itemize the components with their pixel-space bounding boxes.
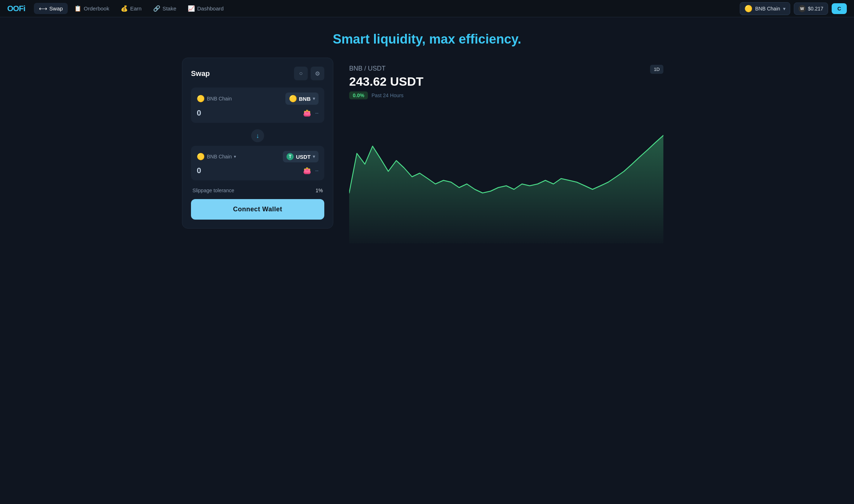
to-amount-actions: 👛 -- [303, 167, 319, 175]
chart-info: BNB / USDT 243.62 USDT 0.0% Past 24 Hour… [349, 65, 423, 99]
from-chain-icon: 🟡 [197, 95, 205, 103]
connect-wallet-button[interactable]: Connect Wallet [191, 199, 324, 220]
from-token-select-row: 🟡 BNB Chain 🟡 BNB ▾ [197, 93, 319, 105]
to-chain-selector[interactable]: 🟡 BNB Chain ▾ [197, 153, 236, 161]
chain-name: BNB Chain [755, 6, 780, 12]
logo-suffix: Fi [19, 4, 25, 13]
from-token-label: BNB [299, 96, 311, 102]
chain-icon: 🟡 [744, 5, 752, 13]
from-amount-row: 👛 -- [197, 108, 319, 118]
nav-label-stake: Stake [163, 5, 176, 12]
sliders-icon: ⚙ [315, 70, 320, 77]
swap-direction-button[interactable]: ↓ [251, 129, 264, 142]
nav-item-earn[interactable]: 💰 Earn [116, 3, 147, 14]
nav-item-stake[interactable]: 🔗 Stake [148, 3, 181, 14]
price-badge: W $0.217 [794, 3, 828, 15]
orderbook-nav-icon: 📋 [74, 5, 81, 12]
navbar: OOFi ⟷ Swap 📋 Orderbook 💰 Earn 🔗 Stake 📈… [0, 0, 854, 17]
dashboard-nav-icon: 📈 [188, 5, 195, 12]
to-token-group: 🟡 BNB Chain ▾ T USDT ▾ 👛 -- [191, 146, 324, 180]
nav-label-dashboard: Dashboard [197, 5, 223, 12]
circle-icon: ○ [299, 70, 303, 77]
slippage-value: 1% [316, 188, 323, 193]
from-token-group: 🟡 BNB Chain 🟡 BNB ▾ 👛 -- [191, 87, 324, 123]
nav-label-earn: Earn [130, 5, 142, 12]
chart-svg-container [349, 107, 663, 258]
slippage-label: Slippage tolerance [192, 188, 234, 193]
logo: OOFi [7, 4, 25, 13]
price-chart-svg [349, 107, 663, 258]
chain-selector[interactable]: 🟡 BNB Chain ▾ [740, 2, 790, 15]
nav-right: 🟡 BNB Chain ▾ W $0.217 C [740, 2, 847, 15]
price-value: $0.217 [808, 6, 823, 12]
nav-label-orderbook: Orderbook [84, 5, 109, 12]
nav-items: ⟷ Swap 📋 Orderbook 💰 Earn 🔗 Stake 📈 Dash… [34, 3, 737, 14]
nav-label-swap: Swap [49, 5, 63, 12]
to-token-picker[interactable]: T USDT ▾ [283, 151, 319, 162]
to-balance: -- [315, 168, 319, 174]
to-token-label: USDT [296, 154, 311, 160]
hero-tagline: Smart liquidity, max efficiency. [7, 32, 847, 47]
chart-header: BNB / USDT 243.62 USDT 0.0% Past 24 Hour… [349, 65, 663, 99]
swap-controls: ○ ⚙ [294, 67, 324, 80]
to-token-select-row: 🟡 BNB Chain ▾ T USDT ▾ [197, 151, 319, 162]
earn-nav-icon: 💰 [121, 5, 128, 12]
chart-price: 243.62 USDT [349, 75, 423, 89]
settings-button[interactable]: ⚙ [311, 67, 324, 80]
chart-change-row: 0.0% Past 24 Hours [349, 91, 423, 99]
nav-item-dashboard[interactable]: 📈 Dashboard [183, 3, 228, 14]
swap-header: Swap ○ ⚙ [191, 67, 324, 80]
from-chain-label: BNB Chain [207, 96, 232, 102]
to-chain-label: BNB Chain [207, 154, 232, 159]
hero-section: Smart liquidity, max efficiency. [0, 17, 854, 58]
main-layout: Swap ○ ⚙ 🟡 BNB Chain 🟡 BNB ▾ [175, 58, 679, 272]
chain-chevron-icon: ▾ [783, 6, 786, 12]
chart-area-fill [349, 135, 663, 243]
chart-panel: BNB / USDT 243.62 USDT 0.0% Past 24 Hour… [341, 58, 672, 265]
to-token-icon: T [286, 153, 294, 160]
from-token-icon: 🟡 [289, 95, 297, 103]
from-wallet-icon[interactable]: 👛 [303, 109, 311, 117]
nav-item-orderbook[interactable]: 📋 Orderbook [69, 3, 114, 14]
swap-nav-icon: ⟷ [39, 5, 47, 12]
from-chain-selector[interactable]: 🟡 BNB Chain [197, 95, 232, 103]
from-token-chevron-icon: ▾ [313, 96, 315, 101]
swap-panel: Swap ○ ⚙ 🟡 BNB Chain 🟡 BNB ▾ [182, 58, 333, 229]
stake-nav-icon: 🔗 [153, 5, 160, 12]
timeframe-button[interactable]: 1D [650, 65, 663, 74]
theme-toggle-button[interactable]: ○ [294, 67, 308, 80]
to-amount-input[interactable] [197, 166, 240, 175]
swap-arrow-row: ↓ [191, 126, 324, 146]
nav-item-swap[interactable]: ⟷ Swap [34, 3, 68, 14]
to-amount-row: 👛 -- [197, 166, 319, 175]
connect-nav-button[interactable]: C [832, 3, 847, 14]
to-chain-chevron-icon: ▾ [234, 154, 236, 159]
from-amount-actions: 👛 -- [303, 109, 319, 117]
chart-period: Past 24 Hours [372, 93, 404, 98]
swap-title: Swap [191, 69, 210, 78]
to-wallet-icon[interactable]: 👛 [303, 167, 311, 175]
from-balance: -- [315, 110, 319, 116]
w-token-icon: W [799, 5, 806, 12]
chart-pair: BNB / USDT [349, 65, 423, 72]
to-chain-icon: 🟡 [197, 153, 205, 161]
down-arrow-icon: ↓ [256, 132, 259, 140]
slippage-row: Slippage tolerance 1% [191, 183, 324, 198]
from-token-picker[interactable]: 🟡 BNB ▾ [285, 93, 319, 105]
logo-prefix: OO [7, 4, 19, 13]
to-token-chevron-icon: ▾ [313, 154, 315, 159]
change-badge: 0.0% [349, 91, 368, 99]
from-amount-input[interactable] [197, 108, 240, 118]
